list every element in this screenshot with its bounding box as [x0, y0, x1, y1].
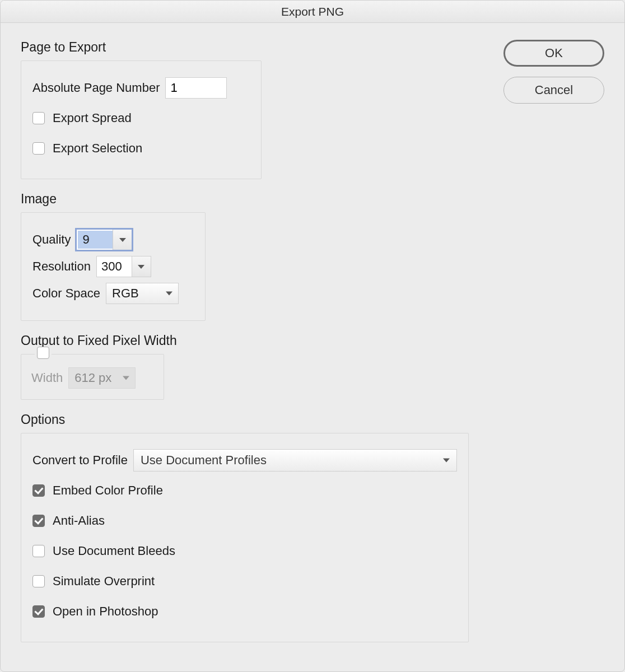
chevron-down-icon	[123, 376, 129, 380]
cancel-button[interactable]: Cancel	[503, 77, 604, 104]
quality-dropdown-button[interactable]	[113, 230, 132, 250]
chevron-down-icon	[119, 238, 126, 242]
fixed-width-value: 612 px	[74, 371, 111, 385]
anti-alias-label: Anti-Alias	[53, 514, 105, 528]
chevron-down-icon	[443, 459, 450, 463]
simulate-overprint-checkbox[interactable]	[32, 575, 45, 587]
color-space-select[interactable]: RGB	[106, 283, 179, 304]
dialog-content: Page to Export Absolute Page Number Expo…	[21, 40, 480, 642]
export-spread-checkbox[interactable]	[32, 112, 45, 124]
open-in-photoshop-label: Open in Photoshop	[53, 604, 158, 619]
quality-combo[interactable]: 9	[76, 229, 132, 250]
color-space-label: Color Space	[32, 286, 100, 301]
fixed-width-enable-checkbox[interactable]	[37, 347, 49, 359]
absolute-page-input[interactable]	[165, 77, 227, 99]
dialog-buttons: OK Cancel	[503, 40, 604, 104]
color-space-value: RGB	[112, 286, 139, 301]
chevron-down-icon	[138, 265, 144, 269]
absolute-page-label: Absolute Page Number	[32, 81, 160, 95]
resolution-label: Resolution	[32, 259, 91, 274]
ok-button-label: OK	[545, 46, 563, 60]
resolution-value: 300	[97, 256, 132, 277]
fixed-width-select: 612 px	[68, 367, 136, 389]
use-document-bleeds-label: Use Document Bleeds	[53, 544, 175, 558]
cancel-button-label: Cancel	[535, 83, 573, 97]
simulate-overprint-label: Simulate Overprint	[53, 574, 155, 589]
quality-value: 9	[78, 231, 113, 249]
export-selection-label: Export Selection	[53, 141, 142, 156]
export-png-dialog: Export PNG OK Cancel Page to Export Abso…	[0, 0, 625, 672]
ok-button[interactable]: OK	[503, 40, 604, 67]
resolution-combo[interactable]: 300	[96, 256, 151, 277]
page-to-export-panel: Absolute Page Number Export Spread Expor…	[21, 60, 262, 179]
dialog-body: OK Cancel Page to Export Absolute Page N…	[1, 23, 624, 671]
convert-profile-select[interactable]: Use Document Profiles	[133, 449, 457, 472]
embed-color-profile-label: Embed Color Profile	[53, 483, 163, 498]
convert-profile-value: Use Document Profiles	[141, 453, 267, 468]
fixed-width-label: Width	[31, 371, 63, 385]
anti-alias-checkbox[interactable]	[32, 515, 45, 527]
image-panel: Quality 9 Resolution 300	[21, 212, 206, 321]
export-selection-checkbox[interactable]	[32, 142, 45, 155]
fixed-width-panel: Width 612 px	[21, 354, 164, 400]
page-to-export-heading: Page to Export	[21, 40, 480, 55]
image-heading: Image	[21, 192, 480, 207]
fixed-width-heading: Output to Fixed Pixel Width	[21, 333, 480, 348]
dialog-titlebar: Export PNG	[1, 1, 624, 23]
chevron-down-icon	[166, 292, 172, 296]
options-panel: Convert to Profile Use Document Profiles…	[21, 433, 469, 642]
resolution-dropdown-button[interactable]	[132, 256, 151, 277]
convert-profile-label: Convert to Profile	[32, 453, 128, 468]
dialog-title: Export PNG	[281, 5, 344, 18]
export-spread-label: Export Spread	[53, 111, 132, 125]
options-heading: Options	[21, 412, 480, 427]
quality-label: Quality	[32, 232, 71, 247]
embed-color-profile-checkbox[interactable]	[32, 484, 45, 497]
use-document-bleeds-checkbox[interactable]	[32, 545, 45, 557]
open-in-photoshop-checkbox[interactable]	[32, 605, 45, 618]
